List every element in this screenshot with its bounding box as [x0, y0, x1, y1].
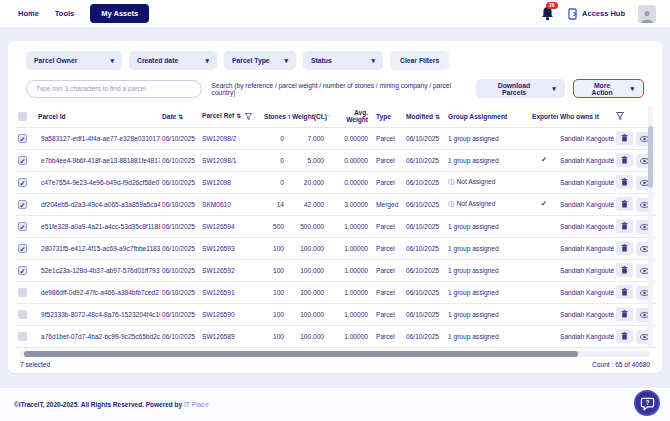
parcel-id[interactable]: 52e1c23a-128d-4b37-ab97-576d01ff7933: [41, 267, 160, 274]
delete-button[interactable]: [616, 131, 633, 145]
parcel-weight: 20.000: [304, 179, 324, 186]
row-checkbox[interactable]: [18, 332, 27, 341]
parcel-id[interactable]: 9f52333b-8072-48c4-8a76-1523204f4c10: [41, 311, 160, 318]
parcel-avg-weight: 1.00000: [344, 289, 368, 296]
trash-icon: [621, 200, 628, 208]
filter-parcel-owner[interactable]: Parcel Owner ▾: [26, 51, 122, 70]
parcel-type: Parcel: [376, 333, 395, 340]
clear-filters-button[interactable]: Clear Filters: [390, 51, 449, 70]
brand-link[interactable]: iT Place: [184, 401, 209, 408]
row-checkbox[interactable]: ✓: [18, 222, 27, 231]
row-checkbox[interactable]: [18, 288, 27, 297]
delete-button[interactable]: [616, 241, 633, 255]
download-parcels-button[interactable]: Download Parcels ▾: [476, 79, 565, 98]
trash-icon: [621, 178, 628, 186]
parcel-modified: 06/10/2025: [406, 179, 439, 186]
filter-status-label: Status: [311, 57, 332, 64]
nav-item-tools[interactable]: Tools: [55, 9, 74, 18]
parcel-id[interactable]: a76d1bef-07d7-4ba2-bc99-9c25c65bd2c7: [41, 333, 160, 340]
parcel-owner: Sandiah Kangouté: [560, 289, 614, 296]
sort-icon[interactable]: ⇅: [236, 113, 241, 119]
delete-button[interactable]: [616, 263, 633, 277]
table-row[interactable]: ✓ 9a583127-edf1-4f4a-ae77-e328e0310175 0…: [16, 127, 656, 149]
parcel-modified: 06/10/2025: [406, 223, 439, 230]
horizontal-scrollbar[interactable]: [20, 351, 650, 357]
delete-button[interactable]: [616, 307, 633, 321]
delete-button[interactable]: [616, 153, 633, 167]
sort-icon[interactable]: ⇅: [329, 114, 330, 120]
parcel-date: 06/10/2025: [162, 201, 195, 208]
filter-funnel-icon[interactable]: [245, 113, 252, 120]
table-row[interactable]: ✓ 52e1c23a-128d-4b37-ab97-576d01ff7933 0…: [16, 259, 656, 281]
parcel-ref: SW12098/2: [202, 135, 236, 142]
filter-parcel-type[interactable]: Parcel Type ▾: [224, 51, 296, 70]
nav-item-home[interactable]: Home: [18, 9, 39, 18]
parcel-group-assignment: 1 group assigned: [448, 135, 499, 142]
parcel-date: 06/10/2025: [162, 333, 195, 340]
more-action-button[interactable]: More Action ▾: [573, 79, 644, 98]
table-row[interactable]: ✓ e7bb4ee4-9b6f-418f-ae13-881881fe4817 0…: [16, 149, 656, 171]
parcel-avg-weight: 0.00000: [344, 157, 368, 164]
sort-icon[interactable]: ⇅: [178, 114, 183, 120]
delete-button[interactable]: [616, 329, 633, 343]
access-hub-button[interactable]: Access Hub: [568, 8, 625, 20]
notifications-button[interactable]: 26: [541, 6, 555, 21]
table-row[interactable]: de986dff-0d92-47fc-a466-a384bfb7ced2 06/…: [16, 281, 656, 303]
parcel-id[interactable]: c47e7554-9e23-4e96-b49d-f9d26cf58e07: [41, 179, 160, 186]
row-checkbox[interactable]: ✓: [18, 156, 27, 165]
parcel-id[interactable]: 9a583127-edf1-4f4a-ae77-e328e0310175: [41, 135, 160, 142]
table-status-row: 7 selected Count : 65 of 40680: [20, 361, 650, 368]
col-weight: Weight(Ct.): [292, 113, 327, 120]
row-checkbox[interactable]: ✓: [18, 266, 27, 275]
help-chat-button[interactable]: ?: [634, 390, 660, 416]
filter-created-date[interactable]: Created date ▾: [129, 51, 217, 70]
table-row[interactable]: a76d1bef-07d7-4ba2-bc99-9c25c65bd2c7 06/…: [16, 325, 656, 347]
parcel-type: Parcel: [376, 245, 395, 252]
row-checkbox[interactable]: ✓: [18, 244, 27, 253]
parcel-group-assignment: 1 group assigned: [448, 157, 499, 164]
parcel-id[interactable]: df204eb5-d2a3-49c4-a065-a3a859a5ca4b: [41, 201, 160, 208]
filter-status[interactable]: Status ▾: [303, 51, 383, 70]
nav-item-my-assets[interactable]: My Assets: [90, 4, 149, 23]
parcel-type: Parcel: [376, 157, 395, 164]
filter-funnel-icon[interactable]: [616, 112, 624, 120]
more-action-label: More Action: [583, 82, 622, 96]
col-parcel-id: Parcel Id: [38, 113, 66, 120]
row-checkbox[interactable]: ✓: [18, 200, 27, 209]
table-row[interactable]: 9f52333b-8072-48c4-8a76-1523204f4c10 06/…: [16, 303, 656, 325]
exported-check-icon: ✓: [541, 156, 547, 163]
row-checkbox[interactable]: ✓: [18, 134, 27, 143]
download-parcels-label: Download Parcels: [485, 82, 543, 96]
select-all-checkbox[interactable]: [18, 112, 27, 121]
trash-icon: [621, 332, 628, 340]
horizontal-scrollbar-thumb[interactable]: [24, 351, 578, 357]
col-modified: Modified: [406, 113, 433, 120]
table-row[interactable]: ✓ df204eb5-d2a3-49c4-a065-a3a859a5ca4b 0…: [16, 193, 656, 215]
avatar[interactable]: [638, 5, 656, 23]
delete-button[interactable]: [616, 219, 633, 233]
delete-button[interactable]: [616, 175, 633, 189]
svg-text:?: ?: [645, 399, 649, 406]
vertical-scrollbar-thumb[interactable]: [648, 126, 653, 188]
parcel-ref: SKM0610: [202, 201, 231, 208]
sort-icon[interactable]: ⇅: [435, 114, 440, 120]
row-checkbox[interactable]: [18, 310, 27, 319]
parcel-type: Parcel: [376, 289, 395, 296]
sort-icon[interactable]: ⇅: [288, 114, 290, 120]
parcel-id[interactable]: e51fe328-a0a9-4a21-a4cc-53d35c8f1188: [41, 223, 160, 230]
parcel-id[interactable]: e7bb4ee4-9b6f-418f-ae13-881881fe4817: [41, 157, 160, 164]
parcel-id[interactable]: 280731f5-e412-4f15-ac69-a9c7fbbe1183: [41, 245, 160, 252]
delete-button[interactable]: [616, 285, 633, 299]
trash-icon: [621, 288, 628, 296]
parcel-modified: 06/10/2025: [406, 311, 439, 318]
search-input[interactable]: [26, 80, 202, 98]
vertical-scrollbar[interactable]: [648, 106, 653, 348]
table-row[interactable]: ✓ c47e7554-9e23-4e96-b49d-f9d26cf58e07 0…: [16, 171, 656, 193]
top-bar-right: 26 Access Hub: [541, 5, 656, 23]
table-row[interactable]: ✓ 280731f5-e412-4f15-ac69-a9c7fbbe1183 0…: [16, 237, 656, 259]
table-row[interactable]: ✓ e51fe328-a0a9-4a21-a4cc-53d35c8f1188 0…: [16, 215, 656, 237]
delete-button[interactable]: [616, 197, 633, 211]
parcel-owner: Sandiah Kangouté: [560, 333, 614, 340]
row-checkbox[interactable]: ✓: [18, 178, 27, 187]
parcel-id[interactable]: de986dff-0d92-47fc-a466-a384bfb7ced2: [41, 289, 159, 296]
